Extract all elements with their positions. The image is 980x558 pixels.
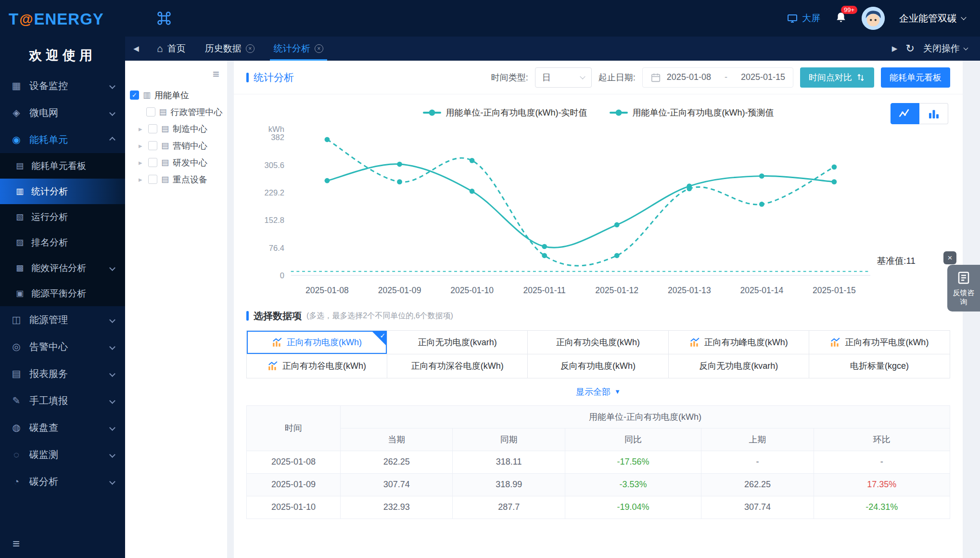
time-type-select[interactable]: 日 [535, 67, 592, 88]
data-item-button[interactable]: 反向无功电度(kvarh) [669, 354, 809, 378]
efficiency-analysis-icon: ▩ [14, 263, 25, 273]
legend-marker-icon [423, 112, 441, 114]
sidebar-item[interactable]: ◫能源管理 [0, 306, 125, 333]
tree-node-root[interactable]: ✓ ▥ 用能单位 [130, 87, 222, 104]
tab-close-icon[interactable]: × [246, 44, 255, 53]
tree-panel-header: ≡ [130, 67, 222, 87]
tree-node[interactable]: ▸ ▤ 营销中心 [130, 137, 222, 154]
statistics-line-chart[interactable]: 076.4152.8229.2305.6382kWh2025-01-082025… [246, 124, 950, 299]
data-select-title: 选择数据项 [254, 310, 302, 323]
tree-node[interactable]: ▸ ▤ 行政管理中心 [130, 104, 222, 120]
tab[interactable]: 统计分析× [264, 37, 333, 61]
sort-arrows-icon [856, 73, 865, 82]
close-operations-dropdown[interactable]: 关闭操作 [923, 42, 967, 55]
tree-collapse-icon[interactable]: ≡ [213, 67, 219, 81]
date-range-picker[interactable]: 2025-01-08 - 2025-01-15 [642, 67, 793, 88]
chevron-down-icon [109, 371, 115, 377]
caret-right-icon[interactable]: ▸ [139, 142, 144, 150]
data-item-button[interactable]: 正向有功尖电度(kWh) [528, 331, 668, 354]
sidebar-item[interactable]: ◌碳监测 [0, 441, 125, 468]
legend-item[interactable]: 用能单位-正向有功电度(kWh)-预测值 [610, 107, 774, 118]
col-subheader: 环比 [814, 428, 950, 451]
data-item-button[interactable]: 正向有功谷电度(kWh) [247, 354, 387, 378]
feedback-close-button[interactable]: × [943, 251, 956, 264]
report-icon: ▤ [11, 368, 22, 379]
layers-icon: ▤ [159, 107, 167, 117]
checkbox-unchecked[interactable] [148, 141, 157, 150]
checkbox-unchecked[interactable] [146, 107, 155, 117]
caret-right-icon[interactable]: ▸ [139, 125, 144, 133]
date-end[interactable]: 2025-01-15 [741, 72, 785, 82]
layers-icon: ▤ [161, 157, 169, 168]
avatar[interactable] [862, 7, 885, 30]
caret-right-icon[interactable]: ▸ [139, 158, 144, 167]
selected-corner: ✓ [371, 331, 387, 346]
data-select-header: 选择数据项 (多选，最多选择2个不同单位的,6个数据项) [246, 310, 950, 323]
sidebar-item[interactable]: ✎手工填报 [0, 387, 125, 414]
data-item-button[interactable]: 反向有功电度(kWh) [528, 354, 668, 378]
check-icon: ✓ [380, 332, 385, 339]
cell-value: -17.56% [565, 451, 701, 473]
sidebar-collapse-button[interactable]: ≡ [0, 529, 125, 558]
data-item-button[interactable]: 正向无功电度(kvarh) [387, 331, 528, 354]
legend-item[interactable]: 用能单位-正向有功电度(kWh)-实时值 [423, 107, 587, 118]
data-item-button[interactable]: 正向有功深谷电度(kWh) [387, 354, 528, 378]
svg-text:2025-01-13: 2025-01-13 [668, 285, 711, 295]
sidebar-item[interactable]: ◎告警中心 [0, 333, 125, 360]
data-item-button[interactable]: 正向有功电度(kWh)✓ [247, 331, 387, 354]
cell-value: 17.35% [814, 473, 950, 496]
tree-node[interactable]: ▸ ▤ 重点设备 [130, 171, 222, 188]
sidebar-item[interactable]: ▦设备监控 [0, 72, 125, 99]
tab[interactable]: 历史数据× [195, 37, 264, 61]
cell-value: 307.74 [341, 473, 453, 496]
mini-chart-icon [689, 337, 700, 348]
checkbox-unchecked[interactable] [148, 175, 157, 184]
chevron-down-icon [109, 317, 115, 323]
sidebar-item[interactable]: ◍碳盘查 [0, 414, 125, 441]
sidebar-item[interactable]: ▤报表服务 [0, 360, 125, 387]
chevron-down-icon [109, 398, 115, 404]
tree-node[interactable]: ▸ ▤ 制造中心 [130, 120, 222, 137]
sidebar-subitem[interactable]: ▨排名分析 [0, 230, 125, 255]
data-item-button[interactable]: 电折标量(kgce) [809, 354, 950, 378]
tree-node[interactable]: ▸ ▤ 研发中心 [130, 154, 222, 171]
sidebar-subitem[interactable]: ▥统计分析 [0, 179, 125, 204]
chevron-down-icon [109, 110, 115, 116]
logo-text: T [9, 10, 19, 28]
tabs-scroll-left-button[interactable]: ◀ [125, 37, 147, 61]
show-all-toggle[interactable]: 显示全部 ▼ [576, 386, 621, 398]
sidebar-item[interactable]: ◔碳分析 [0, 468, 125, 495]
data-item-button[interactable]: 正向有功峰电度(kWh) [669, 331, 809, 354]
notifications-button[interactable]: 99+ [835, 11, 847, 26]
bar-chart-button[interactable] [919, 103, 948, 124]
big-screen-button[interactable]: 大屏 [787, 12, 820, 25]
feedback-button[interactable]: 反馈咨询 [947, 265, 980, 311]
sidebar-subitem[interactable]: ▩能效评估分析 [0, 255, 125, 281]
svg-text:2025-01-12: 2025-01-12 [595, 285, 638, 295]
apps-icon[interactable] [157, 11, 171, 26]
date-start[interactable]: 2025-01-08 [667, 72, 711, 82]
checkbox-unchecked[interactable] [148, 124, 157, 133]
sidebar-subitem[interactable]: ▧运行分析 [0, 204, 125, 230]
checkbox-checked[interactable]: ✓ [130, 91, 139, 100]
checkbox-unchecked[interactable] [148, 158, 157, 167]
sidebar-subitem[interactable]: ▣能源平衡分析 [0, 281, 125, 306]
sidebar-item[interactable]: ◈微电网 [0, 99, 125, 126]
account-menu[interactable]: 企业能管双碳 [899, 12, 966, 25]
chart-legend: 用能单位-正向有功电度(kWh)-实时值 用能单位-正向有功电度(kWh)-预测… [246, 101, 950, 124]
cell-time: 2025-01-10 [247, 496, 341, 519]
sidebar-subitem[interactable]: ▤能耗单元看板 [0, 153, 125, 179]
energy-unit-board-button[interactable]: 能耗单元看板 [881, 67, 950, 88]
line-chart-button[interactable] [891, 103, 919, 124]
tabs-scroll-right-button[interactable]: ▶ [884, 37, 906, 61]
main-panel: 统计分析 时间类型: 日 起止日期: 2025-01-08 - [234, 61, 963, 558]
stats-icon: ▥ [14, 186, 25, 196]
data-item-button[interactable]: 正向有功平电度(kWh) [809, 331, 950, 354]
tab-close-icon[interactable]: × [315, 44, 323, 53]
sidebar-item[interactable]: ◉能耗单元 [0, 126, 125, 153]
time-point-compare-button[interactable]: 时间点对比 [800, 67, 874, 88]
caret-right-icon[interactable]: ▸ [139, 175, 144, 184]
data-select-note: (多选，最多选择2个不同单位的,6个数据项) [306, 311, 453, 321]
refresh-button[interactable]: ↻ [906, 42, 915, 55]
tab-home[interactable]: ⌂首页 [147, 37, 195, 61]
